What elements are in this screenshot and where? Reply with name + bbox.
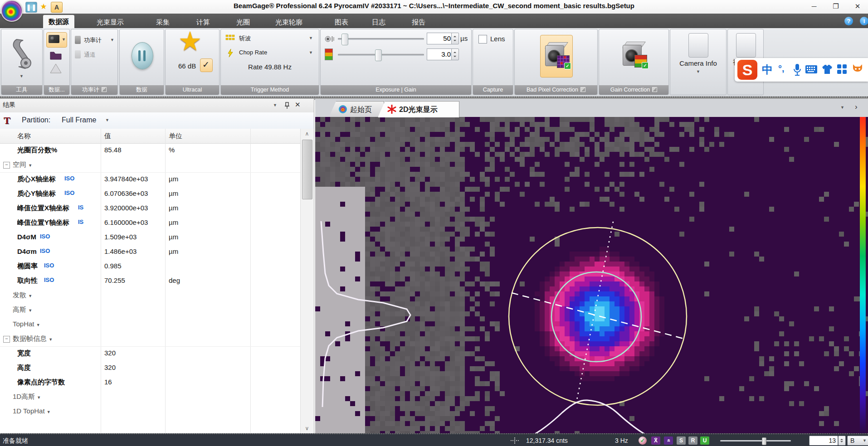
beam-tab-2[interactable]: 2D光束显示 — [378, 101, 459, 117]
folder-icon[interactable] — [49, 49, 62, 60]
status-r-badge[interactable]: R — [688, 436, 697, 445]
major-axis-crosshair[interactable] — [512, 293, 683, 339]
status-s-badge[interactable]: S — [677, 436, 686, 445]
ribbon-tab-1[interactable]: 数据源 — [43, 15, 74, 28]
result-row-1D TopHat[interactable]: 1D TopHat ▼ — [0, 404, 300, 419]
result-row-数据帧信息[interactable]: −数据帧信息 ▼ — [0, 332, 300, 347]
exposure-slider-thumb[interactable] — [341, 34, 348, 45]
status-b-dropdown[interactable]: B▼ — [847, 436, 868, 446]
result-row-峰值位置Y轴坐标[interactable]: 峰值位置Y轴坐标IS6.160000e+03µm — [0, 216, 300, 230]
group-footer-ultracal[interactable]: Ultracal — [166, 85, 219, 95]
status-priority-icon[interactable]: » — [664, 436, 673, 445]
tab-scroll-right-icon[interactable]: › — [855, 102, 858, 112]
group-footer-capture[interactable]: Capture — [473, 85, 513, 95]
partition-value[interactable]: Full Frame — [62, 116, 96, 124]
column-name[interactable]: 名称 — [17, 132, 31, 141]
lens-checkbox[interactable] — [478, 35, 487, 44]
result-row-D4σm[interactable]: D4σmISO1.486e+03µm — [0, 245, 300, 259]
partition-row[interactable]: T Partition: Full Frame ▼ — [0, 112, 314, 129]
group-footer-exposure-gain[interactable]: Exposure | Gain — [321, 85, 471, 95]
video-trigger-button[interactable] — [736, 33, 756, 58]
results-menu-dropdown-icon[interactable]: ▼ — [273, 103, 277, 107]
ribbon-tab-6[interactable]: 光束轮廓 — [270, 16, 308, 28]
bad-pixel-correction-button[interactable]: ✓ — [540, 35, 573, 78]
camera-info-dropdown-icon[interactable]: ▼ — [696, 69, 700, 74]
info-icon[interactable]: i — [860, 17, 868, 25]
bad-pixel-dialog-launcher-icon[interactable] — [580, 87, 585, 92]
result-row-高斯[interactable]: 高斯 ▼ — [0, 303, 300, 317]
result-row-椭圆率[interactable]: 椭圆率ISO0.985 — [0, 259, 300, 274]
minimize-button[interactable]: ─ — [804, 0, 824, 13]
ime-skin-shirt-icon[interactable] — [822, 64, 833, 74]
results-scrollbar[interactable]: ∧ ∨ — [300, 129, 313, 433]
wrench-icon[interactable] — [11, 37, 32, 70]
ribbon-tab-9[interactable]: 报告 — [406, 16, 431, 28]
ime-logo-icon[interactable]: S — [737, 60, 757, 80]
column-unit[interactable]: 单位 — [169, 132, 182, 141]
exposure-spinner[interactable] — [451, 33, 459, 44]
result-row-像素点的字节数[interactable]: 像素点的字节数16 — [0, 375, 300, 390]
gain-correction-dialog-launcher-icon[interactable] — [652, 87, 657, 92]
gain-correction-camera-icon[interactable]: ✓ — [622, 41, 645, 67]
beamgage-logo-icon[interactable] — [1, 0, 23, 22]
gain-spinner[interactable] — [451, 48, 459, 60]
ribbon-tab-7[interactable]: 图表 — [329, 16, 354, 28]
ribbon-tab-5[interactable]: 光圈 — [231, 16, 255, 28]
tab-list-dropdown-icon[interactable]: ▼ — [840, 105, 844, 110]
result-row-高度[interactable]: 高度320 — [0, 361, 300, 375]
chop-rate-button[interactable]: Chop Rate ▼ — [225, 48, 314, 58]
result-row-光圈百分数%[interactable]: 光圈百分数%85.48% — [0, 143, 300, 158]
status-zoom-value-input[interactable]: 13 — [809, 436, 838, 446]
ribbon-tab-8[interactable]: 日志 — [366, 16, 391, 28]
group-footer-power-meter[interactable]: 功率计 — [71, 85, 117, 95]
gain-slider-thumb[interactable] — [375, 49, 382, 61]
gain-value-input[interactable]: 3.0 — [427, 48, 453, 60]
scroll-up-icon[interactable]: ∧ — [301, 129, 313, 139]
column-value[interactable]: 值 — [104, 132, 111, 141]
intensity-colorbar[interactable] — [860, 117, 866, 433]
result-row-空间[interactable]: −空间 ▼ — [0, 158, 300, 173]
quick-autosetup-icon[interactable]: A — [51, 2, 63, 13]
ime-keyboard-icon[interactable] — [805, 65, 817, 73]
collapse-icon[interactable]: − — [3, 162, 10, 169]
ime-punctuation-icon[interactable]: °, — [778, 63, 785, 74]
maximize-button[interactable]: ❐ — [825, 0, 846, 13]
status-ultracal-icon[interactable]: ✓ — [639, 436, 647, 445]
results-close-icon[interactable]: ✕ — [295, 101, 301, 109]
ribbon-tab-3[interactable]: 采集 — [151, 16, 175, 28]
result-row-质心Y轴坐标[interactable]: 质心Y轴坐标ISO6.070636e+03µm — [0, 187, 300, 201]
channel-button[interactable]: 通道 — [75, 49, 115, 60]
result-row-峰值位置X轴坐标[interactable]: 峰值位置X轴坐标IS3.920000e+03µm — [0, 201, 300, 216]
result-row-D4σM[interactable]: D4σMISO1.509e+03µm — [0, 230, 300, 245]
exposure-slider[interactable] — [338, 38, 424, 40]
gain-slider[interactable] — [338, 54, 424, 56]
collapse-icon[interactable]: − — [3, 336, 10, 343]
status-zoom-spinner[interactable] — [838, 436, 846, 446]
quick-ultracal-star-icon[interactable]: ★ — [38, 2, 49, 12]
group-footer-gain-correction[interactable]: Gain Correction — [599, 85, 668, 95]
ribbon-tab-2[interactable]: 光束显示 — [91, 16, 129, 28]
status-u-badge[interactable]: U — [700, 436, 709, 445]
quick-pause-icon[interactable]: ❚❚ — [25, 2, 37, 13]
pyramid-icon[interactable] — [49, 63, 62, 74]
group-footer-data-source[interactable]: 数据... — [44, 85, 69, 95]
ultracal-checkbox[interactable]: ✓ — [200, 58, 213, 72]
ime-microphone-icon[interactable] — [793, 63, 802, 76]
scroll-down-icon[interactable]: ∨ — [301, 423, 313, 433]
ime-fox-icon[interactable] — [852, 63, 863, 74]
result-row-TopHat[interactable]: TopHat ▼ — [0, 317, 300, 332]
power-meter-button[interactable]: 功率计 ▼ — [75, 35, 115, 46]
status-average-icon[interactable]: X̄ — [651, 436, 660, 445]
group-footer-data[interactable]: 数据 — [120, 85, 164, 95]
ime-language-icon[interactable]: 中 — [762, 63, 773, 77]
ultracal-star-icon[interactable]: ★ — [178, 26, 202, 57]
exposure-value-input[interactable]: 50 — [427, 33, 453, 44]
pin-icon[interactable] — [284, 102, 290, 109]
group-footer-tools[interactable]: 工具 — [1, 85, 42, 95]
result-row-质心X轴坐标[interactable]: 质心X轴坐标ISO3.947840e+03µm — [0, 172, 300, 187]
result-row-取向性[interactable]: 取向性ISO70.255deg — [0, 274, 300, 288]
status-zoom-slider-thumb[interactable] — [762, 437, 766, 445]
close-button[interactable]: ✕ — [847, 0, 868, 13]
beam-tab-1[interactable]: 起始页 — [329, 101, 384, 117]
status-zoom-slider[interactable] — [720, 440, 791, 441]
